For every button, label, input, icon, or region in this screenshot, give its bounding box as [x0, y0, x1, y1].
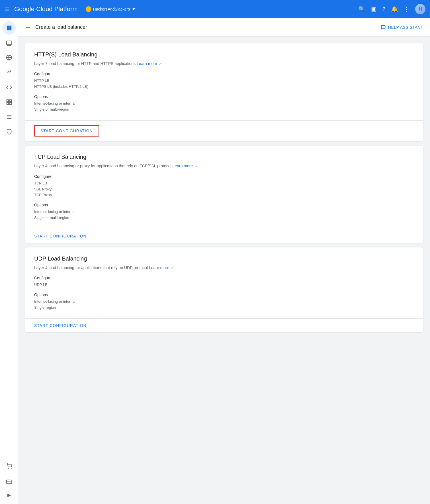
svg-rect-19 [6, 480, 11, 484]
more-options-icon[interactable]: ⋮ [404, 6, 409, 13]
svg-rect-11 [9, 100, 11, 101]
tcp-lb-card-body: TCP Load Balancing Layer 4 load balancin… [25, 146, 423, 229]
https-start-config-button[interactable]: START CONFIGURATION [34, 125, 99, 137]
top-nav-right: 🔍 ▣ ? 🔔 ⋮ H [358, 4, 425, 14]
udp-lb-learn-more[interactable]: Learn more ↗ [149, 265, 174, 270]
udp-lb-configure-label: Configure [34, 276, 414, 280]
tcp-lb-footer: START CONFIGURATION [25, 229, 423, 243]
https-lb-description: Layer 7 load balancing for HTTP and HTTP… [34, 61, 414, 66]
svg-rect-13 [9, 103, 11, 104]
subheader: ← Create a load balancer HELP ASSISTANT [18, 18, 430, 36]
https-lb-title: HTTP(S) Load Balancing [34, 51, 414, 58]
top-nav: ☰ Google Cloud Platform HackersAndSlacke… [0, 0, 430, 18]
tcp-lb-options-items: Internet-facing or internal Single or mu… [34, 209, 414, 221]
sidebar-item-traffic[interactable] [2, 66, 16, 79]
https-lb-card-body: HTTP(S) Load Balancing Layer 7 load bala… [25, 43, 423, 120]
sidebar-item-compute[interactable] [2, 36, 16, 50]
udp-lb-title: UDP Load Balancing [34, 255, 414, 262]
udp-lb-card: UDP Load Balancing Layer 4 load balancin… [25, 247, 423, 333]
svg-rect-4 [6, 41, 11, 45]
help-assistant-button[interactable]: HELP ASSISTANT [381, 25, 423, 30]
udp-lb-options-items: Internet-facing or internal Single-regio… [34, 299, 414, 311]
tcp-lb-card: TCP Load Balancing Layer 4 load balancin… [25, 146, 423, 243]
svg-rect-2 [7, 28, 9, 30]
external-link-icon-tcp: ↗ [194, 164, 197, 168]
https-lb-footer: START CONFIGURATION [25, 120, 423, 141]
svg-point-18 [11, 468, 11, 468]
svg-rect-12 [7, 103, 8, 104]
help-assistant-label: HELP ASSISTANT [388, 25, 423, 30]
subheader-left: ← Create a load balancer [25, 24, 381, 31]
sidebar-item-billing[interactable] [2, 475, 16, 489]
tcp-lb-options-label: Options [34, 203, 414, 207]
udp-lb-description: Layer 4 load balancing for applications … [34, 265, 414, 270]
sidebar-item-marketplace[interactable] [2, 459, 16, 473]
udp-lb-footer: START CONFIGURATION [25, 318, 423, 332]
tcp-lb-description: Layer 4 load balancing or proxy for appl… [34, 164, 414, 168]
avatar-image: H [415, 4, 425, 14]
svg-rect-1 [9, 26, 11, 28]
https-lb-configure-label: Configure [34, 72, 414, 76]
page-title: Create a load balancer [35, 24, 87, 30]
project-dot-icon [86, 6, 91, 12]
sidebar-bottom: ▶ [2, 458, 16, 502]
main-content: HTTP(S) Load Balancing Layer 7 load bala… [18, 36, 430, 504]
external-link-icon-udp: ↗ [171, 266, 174, 270]
search-icon[interactable]: 🔍 [358, 6, 365, 13]
top-nav-left: ☰ Google Cloud Platform HackersAndSlacke… [5, 5, 358, 13]
tcp-lb-configure-items: TCP LB SSL Proxy TCP Proxy [34, 180, 414, 198]
help-icon[interactable]: ? [382, 6, 385, 13]
external-link-icon: ↗ [159, 62, 162, 66]
tcp-lb-configure-label: Configure [34, 174, 414, 179]
sidebar: ▶ [0, 18, 18, 504]
project-name: HackersAndSlackers [93, 7, 130, 11]
svg-rect-0 [7, 26, 9, 28]
hamburger-icon[interactable]: ☰ [5, 6, 10, 13]
back-button[interactable]: ← [25, 24, 31, 31]
udp-lb-card-body: UDP Load Balancing Layer 4 load balancin… [25, 247, 423, 319]
https-lb-configure-items: HTTP LB HTTPS LB (includes HTTP/2 LB) [34, 78, 414, 90]
https-lb-card: HTTP(S) Load Balancing Layer 7 load bala… [25, 43, 423, 141]
udp-lb-configure-items: UDP LB [34, 282, 414, 288]
udp-lb-options-label: Options [34, 292, 414, 297]
avatar[interactable]: H [415, 4, 425, 14]
svg-rect-10 [7, 100, 8, 101]
sidebar-item-operations[interactable] [2, 110, 16, 124]
https-lb-options-label: Options [34, 94, 414, 99]
tcp-start-config-button[interactable]: START CONFIGURATION [34, 234, 87, 238]
sidebar-item-network[interactable] [2, 51, 16, 64]
svg-rect-3 [9, 28, 11, 30]
notifications-icon[interactable]: 🔔 [391, 6, 398, 13]
svg-point-17 [8, 468, 9, 468]
sidebar-expand-icon[interactable]: ▶ [2, 490, 16, 499]
sidebar-item-storage[interactable] [2, 95, 16, 109]
tcp-lb-learn-more[interactable]: Learn more ↗ [173, 164, 197, 168]
sidebar-item-dashboard[interactable] [2, 21, 16, 35]
tcp-lb-title: TCP Load Balancing [34, 154, 414, 160]
sidebar-item-security[interactable] [2, 125, 16, 139]
sidebar-item-functions[interactable] [2, 80, 16, 94]
project-dropdown-icon: ▼ [132, 7, 136, 11]
https-lb-learn-more[interactable]: Learn more ↗ [137, 61, 161, 66]
udp-start-config-button[interactable]: START CONFIGURATION [34, 323, 87, 328]
cloud-shell-icon[interactable]: ▣ [371, 6, 376, 13]
chat-icon [381, 25, 386, 30]
project-selector[interactable]: HackersAndSlackers ▼ [86, 6, 136, 12]
https-lb-options-items: Internet-facing or internal Single or mu… [34, 101, 414, 113]
app-title: Google Cloud Platform [14, 5, 78, 13]
